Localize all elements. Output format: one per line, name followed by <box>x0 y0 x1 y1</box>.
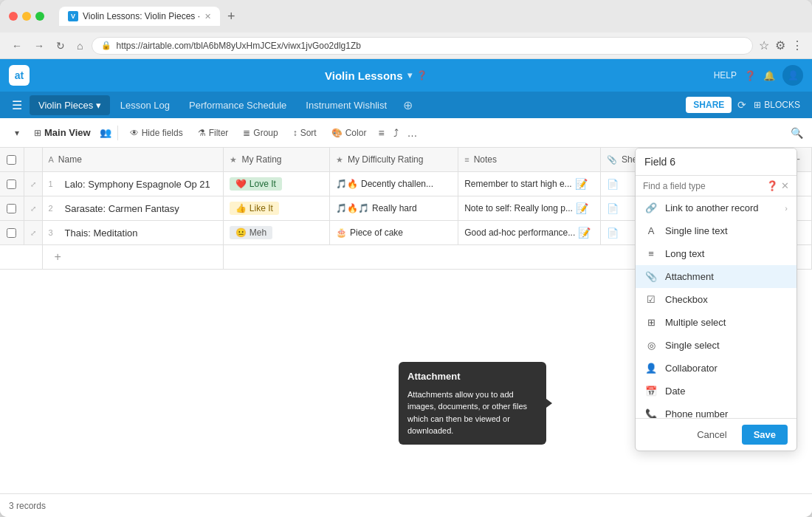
row3-check[interactable] <box>7 228 16 238</box>
traffic-lights <box>9 12 44 21</box>
row3-checkbox[interactable] <box>0 221 24 245</box>
url-bar[interactable]: 🔒 https://airtable.com/tblA6bM8yUxHmJCEx… <box>92 37 753 55</box>
group-icon: ≣ <box>243 128 250 138</box>
blocks-button[interactable]: ⊞ BLOCKS <box>748 97 806 113</box>
row1-name: Lalo: Symphony Espagnole Op 21 <box>65 179 210 190</box>
toolbar: ▾ ⊞ Main View 👥 👁 Hide fields ⚗ Filter ≣… <box>0 118 812 148</box>
cancel-button[interactable]: Cancel <box>688 425 735 445</box>
nav-tab-instrument-wishlist[interactable]: Instrument Wishlist <box>297 95 396 115</box>
nav-tab-lesson-log[interactable]: Lesson Log <box>111 95 179 115</box>
field-type-collaborator[interactable]: 👤 Collaborator <box>636 357 796 380</box>
col-header-rating[interactable]: ★ My Rating <box>224 148 329 172</box>
more-options-icon[interactable]: … <box>405 124 421 142</box>
row1-notes[interactable]: Remember to start high e... 📝 <box>458 172 601 196</box>
browser-tab[interactable]: V Violin Lessons: Violin Pieces · ✕ <box>59 7 220 26</box>
save-button[interactable]: Save <box>742 425 788 445</box>
search-help-icon[interactable]: ❓ <box>766 180 778 191</box>
share-view-icon[interactable]: ⤴ <box>390 124 402 142</box>
col-name-icon: A <box>49 155 54 164</box>
row1-checkbox[interactable] <box>0 172 24 196</box>
title-dropdown-icon[interactable]: ▾ <box>407 70 412 81</box>
field-type-link-to-record[interactable]: 🔗 Link to another record › <box>636 196 796 219</box>
field-type-single-select[interactable]: ◎ Single select <box>636 334 796 357</box>
reload-button[interactable]: ↻ <box>53 38 68 53</box>
row-height-icon[interactable]: ≡ <box>375 124 387 142</box>
field-type-single-line-text[interactable]: A Single line text <box>636 219 796 242</box>
hide-fields-button[interactable]: 👁 Hide fields <box>124 125 189 141</box>
menu-button[interactable]: ⋮ <box>791 38 803 52</box>
expand-sidebar-button[interactable]: ▾ <box>9 125 25 141</box>
sync-icon: ⟳ <box>737 99 746 111</box>
chevron-right-icon: › <box>785 204 788 213</box>
row3-notes-text: Good ad-hoc performance... <box>464 227 575 238</box>
col-header-difficulty[interactable]: ★ My Difficulty Rating <box>329 148 458 172</box>
row2-notes-text: Note to self: Really long p... <box>464 203 573 213</box>
col-rating-icon: ★ <box>230 155 237 165</box>
row2-name: Sarasate: Carmen Fantasy <box>65 203 179 214</box>
field-type-phone-number[interactable]: 📞 Phone number <box>636 403 796 418</box>
field-type-multiple-select[interactable]: ⊞ Multiple select <box>636 311 796 334</box>
avatar[interactable]: 👤 <box>782 65 803 86</box>
bookmark-button[interactable]: ☆ <box>759 38 769 52</box>
field-type-collaborator-label: Collaborator <box>665 363 718 374</box>
row1-expand[interactable]: ⤢ <box>24 172 42 196</box>
row2-check[interactable] <box>7 204 16 213</box>
close-button[interactable] <box>9 12 18 21</box>
row1-difficulty[interactable]: 🎵🔥 Decently challen... <box>329 172 458 196</box>
nav-tab-performance-schedule[interactable]: Performance Schedule <box>180 95 295 115</box>
row2-difficulty[interactable]: 🎵🔥🎵 Really hard <box>329 196 458 221</box>
field-type-checkbox[interactable]: ☑ Checkbox <box>636 288 796 311</box>
filter-button[interactable]: ⚗ Filter <box>192 125 235 141</box>
extensions-button[interactable]: ⚙ <box>775 38 785 52</box>
row2-number: 2 <box>49 204 58 213</box>
field-type-long-text[interactable]: ≡ Long text <box>636 242 796 265</box>
row2-expand[interactable]: ⤢ <box>24 196 42 221</box>
color-button[interactable]: 🎨 Color <box>326 125 373 141</box>
fullscreen-button[interactable] <box>35 12 44 21</box>
home-button[interactable]: ⌂ <box>74 38 86 53</box>
new-tab-button[interactable]: + <box>223 9 240 24</box>
nav-tab-violin-pieces[interactable]: Violin Pieces ▾ <box>30 95 110 115</box>
sort-button[interactable]: ↕ Sort <box>287 125 323 141</box>
row1-difficulty-icons: 🎵🔥 <box>336 179 358 189</box>
select-all-checkbox[interactable] <box>7 155 16 165</box>
group-button[interactable]: ≣ Group <box>237 125 283 141</box>
help-icon: ❓ <box>744 70 756 81</box>
field-type-attachment[interactable]: 📎 Attachment <box>636 265 796 288</box>
minimize-button[interactable] <box>22 12 31 21</box>
row1-notes-icon: 📝 <box>575 178 588 190</box>
row2-notes[interactable]: Note to self: Really long p... 📝 <box>458 196 601 221</box>
col-header-notes[interactable]: ≡ Notes <box>458 148 601 172</box>
col-header-name[interactable]: A Name <box>42 148 224 172</box>
help-button[interactable]: HELP <box>714 70 737 81</box>
search-close-icon[interactable]: ✕ <box>781 180 789 191</box>
notifications-icon[interactable]: 🔔 <box>763 70 775 81</box>
hamburger-menu[interactable]: ☰ <box>6 95 28 115</box>
field-search-input[interactable] <box>643 181 762 191</box>
row1-check[interactable] <box>7 179 16 189</box>
title-help-icon[interactable]: ❓ <box>416 70 427 81</box>
row2-checkbox[interactable] <box>0 196 24 221</box>
row1-rating[interactable]: ❤️ Love It <box>224 172 329 196</box>
search-button[interactable]: 🔍 <box>791 127 803 139</box>
row1-number: 1 <box>49 179 58 188</box>
checkbox-icon: ☑ <box>644 294 658 305</box>
col-sheet-icon: 📎 <box>607 155 617 165</box>
url-text: https://airtable.com/tblA6bM8yUxHmJCEx/v… <box>116 41 360 51</box>
share-button[interactable]: SHARE <box>686 97 732 113</box>
add-tab-button[interactable]: ⊕ <box>397 95 419 115</box>
field-name-input[interactable] <box>636 148 796 176</box>
forward-button[interactable]: → <box>31 38 47 53</box>
grid-view-button[interactable]: ⊞ Main View <box>28 124 97 141</box>
single-line-text-icon: A <box>644 225 658 236</box>
field-type-date[interactable]: 📅 Date <box>636 380 796 403</box>
row3-difficulty[interactable]: 🎂 Piece of cake <box>329 221 458 245</box>
row3-notes[interactable]: Good ad-hoc performance... 📝 <box>458 221 601 245</box>
tab-close-icon[interactable]: ✕ <box>204 12 211 21</box>
add-row-button[interactable]: + <box>42 245 224 270</box>
row3-expand[interactable]: ⤢ <box>24 221 42 245</box>
back-button[interactable]: ← <box>9 38 25 53</box>
field-type-multiple-select-label: Multiple select <box>665 317 726 328</box>
row3-rating[interactable]: 😐 Meh <box>224 221 329 245</box>
row2-rating[interactable]: 👍 Like It <box>224 196 329 221</box>
